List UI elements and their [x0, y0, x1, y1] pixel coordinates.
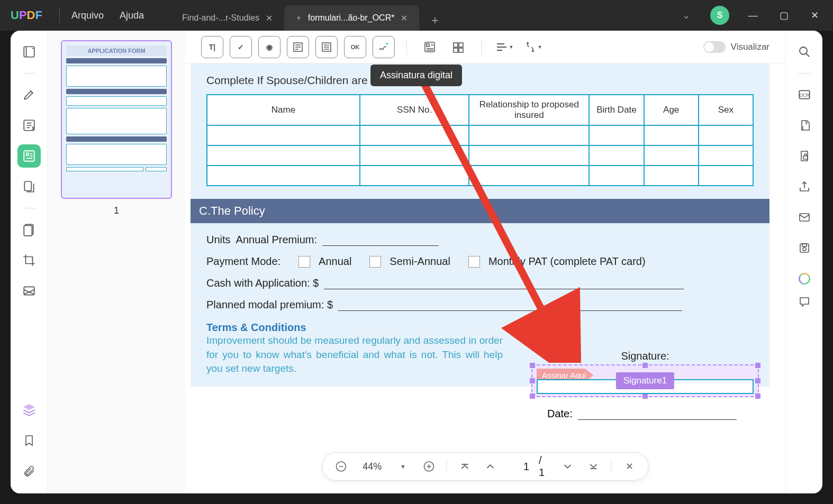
table-header: SSN No. [360, 95, 469, 125]
save-icon[interactable] [793, 236, 816, 260]
listbox-tool-icon[interactable] [287, 36, 309, 58]
edit-tool-icon[interactable] [17, 114, 41, 137]
page-total: / 1 [539, 454, 550, 479]
page-input[interactable] [508, 461, 529, 473]
menu-help[interactable]: Ajuda [120, 10, 144, 21]
tab-1[interactable]: Find-and-...r-Studies ✕ [170, 5, 284, 31]
terms-title: Terms & Conditions [206, 322, 754, 334]
svg-text:OCR: OCR [799, 93, 809, 98]
form-toolbar: T| ✓ ◉ OK ▼ ▼ Visualizar [185, 31, 785, 63]
payment-mode-label: Payment Mode: [206, 255, 280, 268]
units-label: Units [206, 234, 231, 246]
preview-toggle[interactable] [703, 41, 726, 53]
align-tool-icon[interactable]: ▼ [493, 36, 515, 58]
premium-input[interactable] [322, 234, 439, 246]
protect-icon[interactable] [793, 144, 816, 168]
signature-field-name: Signature1 [616, 372, 674, 389]
date-field-tool-icon[interactable] [447, 36, 469, 58]
pages-tool-icon[interactable] [17, 218, 41, 241]
table-header: Name [207, 95, 360, 125]
chevron-down-icon[interactable]: ⌄ [673, 4, 700, 26]
email-icon[interactable] [793, 206, 816, 229]
section-title: Complete If Spouse/Children are Proposed [206, 74, 754, 87]
bottom-toolbar: 44% ▼ / 1 ✕ [322, 452, 648, 481]
share-icon[interactable] [793, 175, 816, 198]
table-header: Birth Date [589, 95, 644, 125]
form-tool-icon[interactable] [17, 144, 41, 168]
button-tool-icon[interactable]: OK [344, 36, 366, 58]
svg-point-20 [800, 47, 807, 54]
svg-rect-23 [803, 156, 808, 159]
next-page-button[interactable] [559, 458, 576, 475]
page-thumbnail[interactable]: APPLICATION FORM [61, 40, 172, 199]
prev-page-button[interactable] [482, 458, 499, 475]
checkbox-tool-icon[interactable]: ✓ [230, 36, 252, 58]
monthly-checkbox[interactable] [468, 256, 480, 268]
annual-checkbox[interactable] [298, 256, 310, 268]
close-icon[interactable]: ✕ [266, 13, 273, 23]
convert-icon[interactable] [793, 114, 816, 137]
attachment-icon[interactable] [17, 460, 41, 483]
svg-rect-13 [454, 43, 458, 47]
svg-point-26 [803, 248, 806, 251]
date-input[interactable] [578, 408, 737, 420]
bookmark-icon[interactable] [17, 429, 41, 452]
zoom-in-button[interactable] [421, 458, 437, 475]
image-field-tool-icon[interactable] [419, 36, 441, 58]
app-logo: UPDF [0, 8, 53, 22]
svg-rect-2 [24, 151, 34, 161]
premium-label: Annual Premium: [236, 234, 317, 246]
comment-icon[interactable] [793, 290, 816, 314]
close-button[interactable]: ✕ [801, 5, 828, 26]
svg-rect-6 [24, 225, 32, 236]
semi-annual-checkbox[interactable] [369, 256, 381, 268]
table-row[interactable] [207, 125, 753, 145]
svg-rect-16 [459, 48, 463, 52]
zoom-out-button[interactable] [333, 458, 349, 475]
left-toolbar [11, 31, 48, 493]
cash-label: Cash with Application: $ [206, 277, 319, 289]
close-icon[interactable]: ✕ [401, 13, 408, 23]
table-row[interactable] [207, 145, 753, 166]
new-tab-button[interactable]: ＋ [424, 10, 446, 31]
signature-tool-icon[interactable] [373, 36, 395, 58]
text-field-tool-icon[interactable]: T| [201, 36, 223, 58]
tab-2[interactable]: ▼ formulari...ão-br_OCR* ✕ [284, 5, 420, 31]
planned-input[interactable] [338, 299, 682, 311]
last-page-button[interactable] [585, 458, 602, 475]
layers-icon[interactable] [17, 398, 41, 421]
tools-tool-icon[interactable]: ▼ [522, 36, 544, 58]
avatar[interactable]: S [710, 6, 729, 25]
chevron-down-icon[interactable]: ▼ [296, 15, 302, 21]
cash-input[interactable] [324, 278, 684, 289]
signature-label: Signature: [531, 350, 759, 362]
radio-tool-icon[interactable]: ◉ [258, 36, 280, 58]
organize-tool-icon[interactable] [17, 175, 41, 198]
search-icon[interactable] [793, 40, 816, 63]
planned-label: Planned modal premium: $ [206, 299, 333, 311]
dropdown-tool-icon[interactable] [315, 36, 338, 58]
thumbnail-panel: APPLICATION FORM 1 [48, 31, 185, 493]
signature-field[interactable]: Assinar Aqui Signature1 [531, 364, 759, 397]
menu-file[interactable]: Arquivo [71, 10, 104, 21]
close-toolbar-button[interactable]: ✕ [621, 458, 638, 475]
highlighter-tool-icon[interactable] [17, 83, 41, 106]
minimize-button[interactable]: — [740, 5, 766, 26]
ocr-icon[interactable]: OCR [793, 83, 816, 106]
svg-rect-12 [427, 44, 429, 47]
document-page: Complete If Spouse/Children are Proposed… [191, 63, 769, 387]
table-row[interactable] [207, 166, 753, 186]
ai-icon[interactable] [793, 267, 816, 290]
svg-rect-14 [459, 43, 463, 47]
first-page-button[interactable] [457, 458, 473, 475]
thumb-title: APPLICATION FORM [66, 45, 167, 56]
svg-point-10 [386, 42, 388, 44]
preview-label: Visualizar [731, 42, 769, 52]
maximize-button[interactable]: ▢ [771, 5, 797, 26]
redact-tool-icon[interactable] [17, 279, 41, 303]
date-label: Date: [547, 408, 573, 420]
crop-tool-icon[interactable] [17, 249, 41, 272]
reader-tool-icon[interactable] [17, 40, 41, 63]
terms-text: Improvement should be measured regularly… [206, 334, 503, 376]
zoom-dropdown-icon[interactable]: ▼ [395, 458, 411, 475]
